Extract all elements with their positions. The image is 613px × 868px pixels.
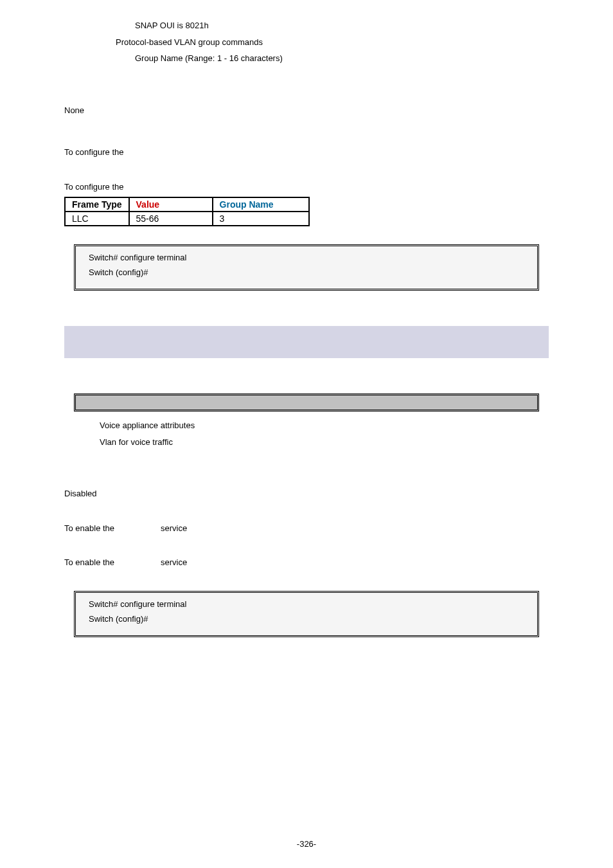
page-number: -326- [297, 839, 316, 849]
section-bar [64, 326, 549, 358]
td-frame-type: LLC [65, 212, 129, 226]
code-line: Switch# configure terminal [89, 599, 524, 609]
enable-prefix: To enable the [64, 522, 161, 535]
default-none: None [64, 104, 549, 117]
voice-vlan: Vlan for voice traffic [100, 436, 549, 449]
enable-prefix: To enable the [64, 556, 161, 569]
code-line: Switch# configure terminal [89, 253, 524, 262]
td-group-name: 3 [213, 212, 309, 226]
enable-row-2: To enable the service [64, 556, 549, 569]
to-configure-2: To configure the [64, 181, 549, 194]
code-line: Switch (config)# [89, 267, 524, 277]
frame-table: Frame Type Value Group Name LLC 55-66 3 [64, 197, 310, 226]
voice-attr: Voice appliance attributes [100, 419, 549, 432]
param-snap-oui: SNAP OUI is 8021h [135, 19, 549, 32]
table-row: LLC 55-66 3 [65, 212, 309, 226]
th-value: Value [129, 197, 213, 212]
enable-row-1: To enable the service [64, 522, 549, 535]
code-line: Switch (config)# [89, 614, 524, 624]
code-box-2: Switch# configure terminal Switch (confi… [74, 591, 539, 637]
gray-bar [74, 393, 539, 411]
th-frame-type: Frame Type [65, 197, 129, 212]
th-group-name: Group Name [213, 197, 309, 212]
param-group-name: Group Name (Range: 1 - 16 characters) [135, 52, 549, 65]
td-value: 55-66 [129, 212, 213, 226]
enable-suffix: service [161, 522, 187, 535]
param-protocol-group: Protocol-based VLAN group commands [116, 36, 549, 49]
to-configure-1: To configure the [64, 146, 549, 159]
code-box-1: Switch# configure terminal Switch (confi… [74, 244, 539, 291]
disabled-label: Disabled [64, 487, 549, 500]
enable-suffix: service [161, 556, 187, 569]
